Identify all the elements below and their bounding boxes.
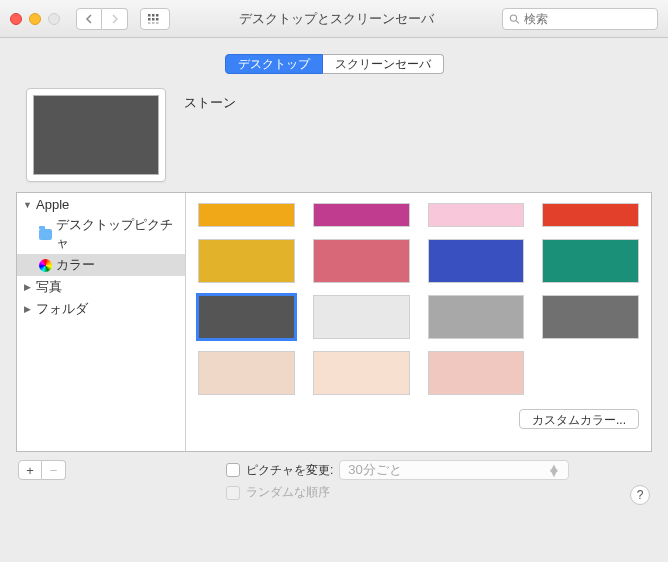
svg-rect-7 xyxy=(152,22,155,24)
svg-rect-2 xyxy=(156,14,159,17)
swatch-area: カスタムカラー... xyxy=(186,193,651,451)
close-window-button[interactable] xyxy=(10,13,22,25)
svg-rect-5 xyxy=(156,18,159,21)
color-swatch[interactable] xyxy=(542,239,639,283)
window-title: デスクトップとスクリーンセーバ xyxy=(178,10,494,28)
color-swatch[interactable] xyxy=(313,295,410,339)
preview-row: ストーン xyxy=(26,88,652,182)
color-swatch[interactable] xyxy=(313,239,410,283)
random-order-row: ランダムな順序 xyxy=(226,484,620,501)
color-swatch[interactable] xyxy=(428,351,525,395)
disclosure-right-icon: ▶ xyxy=(23,283,32,292)
color-swatch[interactable] xyxy=(428,295,525,339)
desktop-preview xyxy=(26,88,166,182)
svg-rect-4 xyxy=(152,18,155,21)
sidebar-label: Apple xyxy=(36,197,69,212)
color-swatch[interactable] xyxy=(198,351,295,395)
color-swatch[interactable] xyxy=(542,203,639,227)
remove-folder-button: − xyxy=(42,460,66,480)
random-order-label: ランダムな順序 xyxy=(246,484,330,501)
swatch-grid xyxy=(198,203,639,395)
color-swatch[interactable] xyxy=(313,351,410,395)
folder-icon xyxy=(39,229,52,240)
sidebar-label: デスクトップピクチャ xyxy=(56,216,179,252)
random-order-checkbox xyxy=(226,486,240,500)
zoom-window-button xyxy=(48,13,60,25)
custom-color-button[interactable]: カスタムカラー... xyxy=(519,409,639,429)
tab-screensaver[interactable]: スクリーンセーバ xyxy=(323,54,444,74)
custom-color-row: カスタムカラー... xyxy=(198,409,639,429)
color-swatch[interactable] xyxy=(428,239,525,283)
add-remove-buttons: + − xyxy=(18,460,66,480)
color-swatch[interactable] xyxy=(313,203,410,227)
sidebar-label: フォルダ xyxy=(36,300,88,318)
forward-button[interactable] xyxy=(102,8,128,30)
sidebar-label: 写真 xyxy=(36,278,62,296)
change-interval-select: 30分ごと ▲▼ xyxy=(339,460,569,480)
disclosure-down-icon: ▼ xyxy=(23,200,32,209)
sidebar-label: カラー xyxy=(56,256,95,274)
svg-point-9 xyxy=(510,14,516,20)
color-swatch[interactable] xyxy=(428,203,525,227)
disclosure-right-icon: ▶ xyxy=(23,305,32,314)
minimize-window-button[interactable] xyxy=(29,13,41,25)
nav-buttons xyxy=(76,8,128,30)
help-button[interactable]: ? xyxy=(630,485,650,505)
add-folder-button[interactable]: + xyxy=(18,460,42,480)
svg-rect-8 xyxy=(156,22,159,24)
back-button[interactable] xyxy=(76,8,102,30)
svg-rect-3 xyxy=(148,18,151,21)
color-swatch[interactable] xyxy=(198,239,295,283)
color-swatch[interactable] xyxy=(198,295,295,339)
color-swatch[interactable] xyxy=(542,295,639,339)
change-picture-label: ピクチャを変更: xyxy=(246,462,333,479)
search-field[interactable] xyxy=(502,8,658,30)
sidebar-item-desktop-pictures[interactable]: デスクトップピクチャ xyxy=(17,214,185,254)
main-panel: ▼ Apple デスクトップピクチャ カラー ▶ 写真 ▶ フォルダ xyxy=(16,192,652,452)
preview-swatch xyxy=(33,95,159,175)
svg-line-10 xyxy=(516,20,519,23)
preview-name: ストーン xyxy=(184,88,236,182)
select-value: 30分ごと xyxy=(348,461,401,479)
sidebar-item-apple[interactable]: ▼ Apple xyxy=(17,195,185,214)
change-picture-checkbox[interactable] xyxy=(226,463,240,477)
content: デスクトップ スクリーンセーバ ストーン ▼ Apple デスクトップピクチャ … xyxy=(0,38,668,515)
tab-desktop[interactable]: デスクトップ xyxy=(225,54,323,74)
color-wheel-icon xyxy=(39,259,52,272)
sidebar-item-folders[interactable]: ▶ フォルダ xyxy=(17,298,185,320)
sidebar-item-photos[interactable]: ▶ 写真 xyxy=(17,276,185,298)
titlebar: デスクトップとスクリーンセーバ xyxy=(0,0,668,38)
color-swatch[interactable] xyxy=(198,203,295,227)
svg-rect-6 xyxy=(148,22,151,24)
svg-rect-0 xyxy=(148,14,151,17)
change-picture-row: ピクチャを変更: 30分ごと ▲▼ xyxy=(226,460,620,480)
sidebar-item-colors[interactable]: カラー xyxy=(17,254,185,276)
traffic-lights xyxy=(10,13,60,25)
source-sidebar: ▼ Apple デスクトップピクチャ カラー ▶ 写真 ▶ フォルダ xyxy=(17,193,186,451)
options: ピクチャを変更: 30分ごと ▲▼ ランダムな順序 xyxy=(226,460,620,505)
tab-bar: デスクトップ スクリーンセーバ xyxy=(16,54,652,74)
svg-rect-1 xyxy=(152,14,155,17)
stepper-icon: ▲▼ xyxy=(547,465,560,475)
search-icon xyxy=(509,13,520,25)
search-input[interactable] xyxy=(524,12,651,26)
show-all-button[interactable] xyxy=(140,8,170,30)
bottom-row: + − ピクチャを変更: 30分ごと ▲▼ ランダムな順序 ? xyxy=(16,460,652,505)
